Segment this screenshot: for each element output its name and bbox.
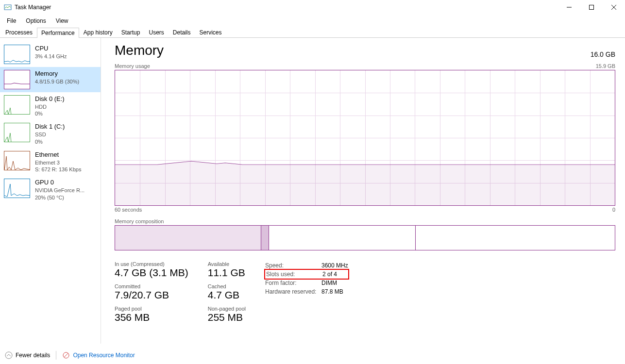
menu-options[interactable]: Options — [22, 17, 50, 25]
tab-startup[interactable]: Startup — [117, 27, 145, 37]
monitor-icon — [62, 351, 70, 359]
sidebar-memory-title: Memory — [35, 70, 79, 78]
sidebar-disk1-title: Disk 1 (C:) — [35, 123, 65, 131]
maximize-button[interactable] — [580, 0, 603, 15]
minimize-button[interactable] — [558, 0, 580, 15]
speed-value: 3600 MHz — [321, 261, 348, 270]
tab-services[interactable]: Services — [195, 27, 226, 37]
fewer-details-button[interactable]: Fewer details — [5, 351, 50, 359]
svg-line-8 — [64, 353, 68, 357]
menu-file[interactable]: File — [3, 17, 20, 25]
window-title: Task Manager — [15, 4, 558, 11]
time-left: 60 seconds — [115, 207, 142, 213]
svg-rect-2 — [590, 5, 594, 10]
memory-thumb — [4, 70, 30, 89]
form-value: DIMM — [321, 279, 337, 287]
sidebar-disk1-sub2: 0% — [35, 138, 65, 145]
memory-composition-bar — [115, 225, 615, 250]
composition-label: Memory composition — [115, 218, 615, 224]
page-title: Memory — [115, 43, 164, 58]
sidebar-eth-sub2: S: 672 R: 136 Kbps — [35, 166, 81, 173]
sidebar-item-disk0[interactable]: Disk 0 (E:) HDD 0% — [0, 92, 101, 120]
content-area: Memory 16.0 GB Memory usage 15.9 GB 60 s… — [101, 38, 625, 344]
sidebar: CPU 3% 4.14 GHz Memory 4.8/15.9 GB (30%)… — [0, 38, 101, 344]
fewer-details-label: Fewer details — [16, 352, 50, 359]
slots-label: Slots used: — [266, 270, 322, 279]
menu-bar: File Options View — [0, 15, 625, 27]
available-value: 11.1 GB — [208, 267, 246, 279]
nonpaged-value: 255 MB — [208, 312, 246, 323]
usage-max: 15.9 GB — [596, 63, 615, 69]
paged-value: 356 MB — [115, 312, 188, 323]
committed-label: Committed — [115, 283, 188, 289]
specs-table: Speed: 3600 MHz Slots used: 2 of 4 Form … — [265, 261, 348, 296]
tab-bar: Processes Performance App history Startu… — [0, 27, 625, 38]
menu-view[interactable]: View — [52, 17, 72, 25]
sidebar-disk1-sub: SSD — [35, 131, 65, 138]
reserved-label: Hardware reserved: — [265, 287, 321, 296]
sidebar-memory-sub: 4.8/15.9 GB (30%) — [35, 78, 79, 85]
time-right: 0 — [612, 207, 615, 213]
sidebar-item-cpu[interactable]: CPU 3% 4.14 GHz — [0, 42, 101, 67]
gpu-thumb — [4, 179, 30, 198]
sidebar-gpu-sub: NVIDIA GeForce R... — [35, 187, 84, 194]
inuse-label: In use (Compressed) — [115, 261, 188, 267]
svg-point-6 — [5, 352, 12, 359]
app-icon — [4, 3, 12, 11]
sidebar-eth-title: Ethernet — [35, 151, 81, 159]
disk1-thumb — [4, 123, 30, 142]
main-area: CPU 3% 4.14 GHz Memory 4.8/15.9 GB (30%)… — [0, 38, 625, 344]
open-resource-monitor-link[interactable]: Open Resource Monitor — [62, 351, 135, 359]
nonpaged-label: Non-paged pool — [208, 306, 246, 312]
sidebar-disk0-title: Disk 0 (E:) — [35, 95, 65, 103]
cpu-thumb — [4, 45, 30, 64]
form-label: Form factor: — [265, 279, 321, 287]
memory-usage-chart — [115, 70, 615, 206]
slots-row-highlighted: Slots used: 2 of 4 — [264, 269, 349, 280]
slots-value: 2 of 4 — [322, 270, 337, 279]
tab-details[interactable]: Details — [169, 27, 195, 37]
sidebar-item-memory[interactable]: Memory 4.8/15.9 GB (30%) — [0, 67, 101, 92]
tab-performance[interactable]: Performance — [37, 28, 79, 38]
sidebar-gpu-sub2: 20% (50 °C) — [35, 194, 84, 201]
cached-value: 4.7 GB — [208, 289, 246, 301]
svg-rect-0 — [4, 5, 11, 10]
paged-label: Paged pool — [115, 306, 188, 312]
chevron-up-icon — [5, 351, 13, 359]
cached-label: Cached — [208, 283, 246, 289]
sidebar-item-ethernet[interactable]: Ethernet Ethernet 3 S: 672 R: 136 Kbps — [0, 148, 101, 176]
footer-bar: Fewer details Open Resource Monitor — [0, 347, 625, 364]
speed-label: Speed: — [265, 261, 321, 270]
total-memory: 16.0 GB — [591, 50, 615, 58]
sidebar-disk0-sub: HDD — [35, 103, 65, 110]
ethernet-thumb — [4, 151, 30, 170]
inuse-value: 4.7 GB (3.1 MB) — [115, 267, 188, 279]
usage-label: Memory usage — [115, 63, 150, 69]
reserved-value: 87.8 MB — [321, 287, 343, 296]
title-bar: Task Manager — [0, 0, 625, 15]
tab-processes[interactable]: Processes — [1, 27, 37, 37]
close-button[interactable] — [603, 0, 625, 15]
stats-area: In use (Compressed) 4.7 GB (3.1 MB) Comm… — [115, 261, 615, 328]
window-controls — [558, 0, 625, 15]
sidebar-disk0-sub2: 0% — [35, 110, 65, 117]
footer-separator — [56, 351, 56, 360]
committed-value: 7.9/20.7 GB — [115, 289, 188, 301]
disk0-thumb — [4, 95, 30, 115]
svg-marker-5 — [115, 161, 615, 205]
available-label: Available — [208, 261, 246, 267]
resource-monitor-label: Open Resource Monitor — [73, 352, 135, 359]
sidebar-item-gpu[interactable]: GPU 0 NVIDIA GeForce R... 20% (50 °C) — [0, 176, 101, 203]
tab-users[interactable]: Users — [144, 27, 168, 37]
sidebar-eth-sub: Ethernet 3 — [35, 159, 81, 166]
sidebar-item-disk1[interactable]: Disk 1 (C:) SSD 0% — [0, 120, 101, 148]
sidebar-cpu-sub: 3% 4.14 GHz — [35, 53, 67, 60]
sidebar-gpu-title: GPU 0 — [35, 179, 84, 187]
tab-app-history[interactable]: App history — [79, 27, 117, 37]
sidebar-cpu-title: CPU — [35, 45, 67, 53]
